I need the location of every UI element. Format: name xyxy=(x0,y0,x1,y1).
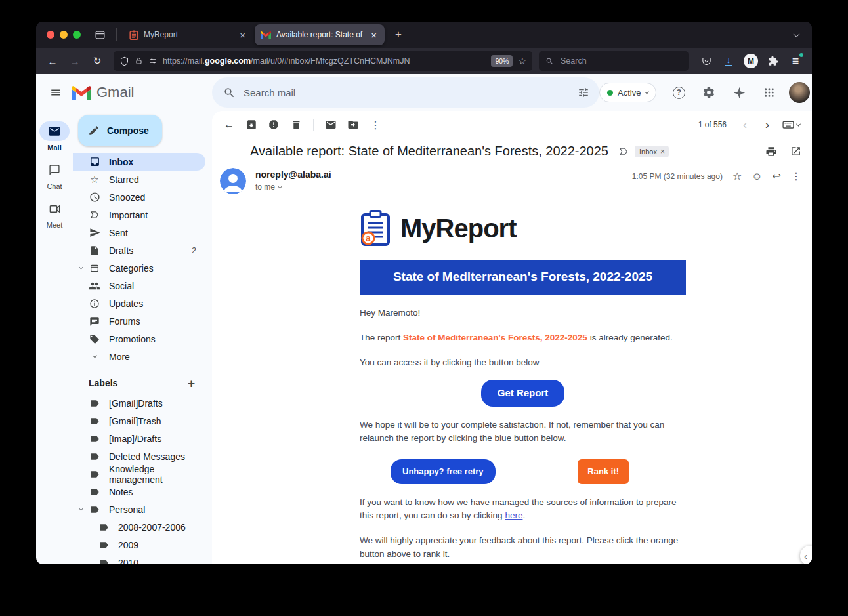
fullscreen-window-button[interactable] xyxy=(73,31,81,39)
browser-search-input[interactable] xyxy=(559,56,682,66)
status-selector[interactable]: Active xyxy=(599,83,656,102)
profile-button[interactable] xyxy=(785,78,812,107)
label-item-personal[interactable]: Personal xyxy=(73,501,205,518)
label-item[interactable]: 2008-2007-2006 xyxy=(73,518,205,536)
sidebar-item-forums[interactable]: Forums xyxy=(73,312,205,330)
label-item[interactable]: 2010 xyxy=(73,554,205,564)
lock-icon[interactable] xyxy=(135,56,143,66)
open-in-new-window-button[interactable] xyxy=(790,146,801,157)
zoom-indicator[interactable]: 90% xyxy=(491,55,513,67)
label-item[interactable]: [Gmail]Drafts xyxy=(73,394,205,412)
forward-button[interactable]: → xyxy=(65,51,85,71)
rail-item-meet[interactable]: Meet xyxy=(39,199,70,229)
sidebar-item-promotions[interactable]: Promotions xyxy=(73,330,205,348)
compose-button[interactable]: Compose xyxy=(78,115,162,146)
search-button[interactable] xyxy=(216,79,242,106)
label-item[interactable]: 2009 xyxy=(73,536,205,554)
sources-here-link[interactable]: here xyxy=(505,510,522,520)
message-more-button[interactable]: ⋮ xyxy=(791,171,801,182)
rank-it-button[interactable]: Rank it! xyxy=(578,459,629,484)
labels-header: Labels + xyxy=(73,375,205,392)
sidebar-item-drafts[interactable]: Drafts 2 xyxy=(73,241,205,259)
emoji-reaction-button[interactable]: ☺ xyxy=(752,171,762,182)
gmail-logo[interactable]: Gmail xyxy=(72,84,140,101)
bookmark-star-icon[interactable]: ☆ xyxy=(518,56,526,66)
reload-button[interactable]: ↻ xyxy=(87,51,107,71)
inbox-label-chip[interactable]: Inbox × xyxy=(635,146,669,157)
close-window-button[interactable] xyxy=(47,31,54,39)
label-icon xyxy=(98,557,110,565)
firef-account-button[interactable]: M xyxy=(741,51,761,71)
create-label-button[interactable]: + xyxy=(188,377,195,390)
tab-gmail-active[interactable]: Available report: State of Medite × xyxy=(255,24,385,45)
gemini-button[interactable] xyxy=(725,78,753,107)
sidebar-item-social[interactable]: Social xyxy=(73,277,205,295)
sidebar-item-categories[interactable]: Categories xyxy=(73,259,205,277)
firefox-view-button[interactable] xyxy=(90,25,110,45)
main-menu-button[interactable] xyxy=(41,78,70,107)
label-item[interactable]: Knowledge management xyxy=(73,465,205,483)
close-tab-icon[interactable]: × xyxy=(238,30,247,41)
side-panel-collapse-button[interactable]: ‹ xyxy=(800,546,812,564)
google-apps-button[interactable] xyxy=(755,78,784,107)
mark-unread-button[interactable] xyxy=(320,114,341,135)
archive-button[interactable] xyxy=(241,114,262,135)
browser-search-bar[interactable] xyxy=(539,51,689,71)
label-item[interactable]: Notes xyxy=(73,483,205,501)
search-filter-button[interactable] xyxy=(570,79,597,106)
sidebar-item-starred[interactable]: ☆ Starred xyxy=(73,171,205,188)
label-item[interactable]: [Gmail]Trash xyxy=(73,412,205,430)
sidebar-item-important[interactable]: Important xyxy=(73,206,205,224)
application-menu-button[interactable]: ≡ xyxy=(786,51,805,71)
rail-item-mail[interactable]: Mail xyxy=(39,121,70,152)
free-retry-button[interactable]: Unhappy? free retry xyxy=(391,459,496,484)
gmail-search-input[interactable] xyxy=(242,87,570,99)
older-email-button[interactable]: › xyxy=(757,114,778,135)
downloads-button[interactable]: ↓ xyxy=(719,51,738,71)
more-actions-button[interactable]: ⋮ xyxy=(365,114,386,135)
move-to-button[interactable] xyxy=(343,114,364,135)
get-report-button[interactable]: Get Report xyxy=(481,380,565,407)
sidebar-item-more[interactable]: More xyxy=(73,348,205,365)
remove-label-icon[interactable]: × xyxy=(660,148,665,155)
print-button[interactable] xyxy=(765,146,777,157)
report-spam-button[interactable] xyxy=(263,114,284,135)
reply-button[interactable]: ↩ xyxy=(773,171,781,182)
newer-email-button[interactable]: ‹ xyxy=(734,114,755,135)
list-all-tabs-button[interactable] xyxy=(787,26,805,44)
tab-myreport[interactable]: MyReport × xyxy=(123,24,253,45)
settings-button[interactable] xyxy=(694,78,723,107)
star-message-button[interactable]: ☆ xyxy=(732,171,742,182)
address-bar[interactable]: https://mail.google.com/mail/u/0/#inbox/… xyxy=(114,51,532,71)
expander-icon[interactable] xyxy=(77,508,84,511)
draft-icon xyxy=(89,245,100,257)
back-to-inbox-button[interactable]: ← xyxy=(219,114,240,135)
sidebar-item-inbox[interactable]: Inbox xyxy=(73,153,205,171)
delete-button[interactable] xyxy=(286,114,307,135)
important-marker-icon[interactable] xyxy=(618,146,629,157)
label-item[interactable]: [Imap]/Drafts xyxy=(73,430,205,447)
permissions-icon[interactable] xyxy=(148,56,158,66)
sidebar-item-sent[interactable]: Sent xyxy=(73,224,205,241)
sender-avatar[interactable] xyxy=(220,168,246,194)
label-item[interactable]: Deleted Messages xyxy=(73,447,205,465)
report-name-link[interactable]: State of Mediterranean's Forests, 2022-2… xyxy=(403,333,587,342)
support-button[interactable]: ? xyxy=(664,78,693,107)
recipient-row[interactable]: to me xyxy=(255,182,331,192)
back-button[interactable]: ← xyxy=(43,51,62,71)
expander-icon[interactable] xyxy=(77,266,84,270)
close-tab-icon[interactable]: × xyxy=(369,30,379,41)
input-tools-button[interactable] xyxy=(779,114,803,135)
chevron-left-icon: ‹ xyxy=(804,550,807,562)
gmail-header: Gmail xyxy=(36,74,812,111)
sidebar-item-snoozed[interactable]: Snoozed xyxy=(73,188,205,206)
gmail-search-bar[interactable] xyxy=(212,77,599,108)
minimize-window-button[interactable] xyxy=(60,31,68,39)
extensions-button[interactable] xyxy=(763,51,783,71)
pocket-button[interactable] xyxy=(696,51,716,71)
tracking-shield-icon[interactable] xyxy=(119,56,129,66)
new-tab-button[interactable]: + xyxy=(389,25,408,45)
sidebar-item-updates[interactable]: Updates xyxy=(73,295,205,312)
labels-title: Labels xyxy=(89,378,117,388)
rail-item-chat[interactable]: Chat xyxy=(39,160,70,190)
